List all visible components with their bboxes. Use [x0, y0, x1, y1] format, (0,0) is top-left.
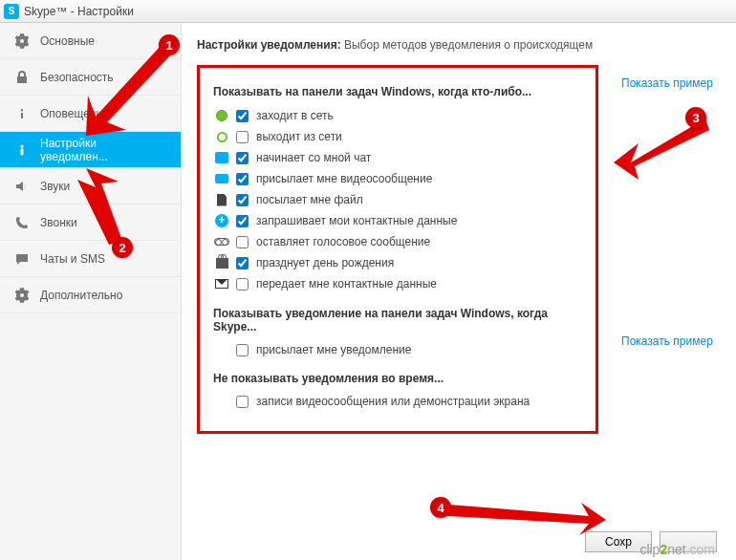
option-label: посылает мне файл: [256, 193, 363, 206]
sidebar-item-chats[interactable]: Чаты и SMS: [0, 241, 181, 277]
option-row: начинает со мной чат: [213, 150, 582, 165]
checkbox-suppress-recording[interactable]: [236, 396, 249, 408]
sidebar-item-label: Основные: [40, 34, 95, 48]
sidebar-item-calls[interactable]: Звонки: [0, 205, 181, 241]
skype-icon: S: [4, 4, 19, 19]
checkbox-voicemail[interactable]: [236, 236, 249, 248]
video-message-icon: [213, 171, 230, 186]
gear-icon: [13, 287, 31, 304]
show-example-link-2[interactable]: Показать пример: [621, 334, 713, 348]
option-label: начинает со мной чат: [256, 151, 371, 164]
info-icon: [13, 105, 31, 122]
option-label: присылает мне видеосообщение: [256, 172, 432, 185]
sidebar-item-label: Звуки: [40, 180, 70, 193]
checkbox-skype-notification[interactable]: [236, 344, 249, 356]
page-header-bold: Настройки уведомления:: [197, 38, 341, 52]
sound-icon: [13, 178, 31, 195]
sidebar: Основные Безопасность Оповещения Настрой…: [0, 23, 182, 560]
option-row: + запрашивает мои контактные данные: [213, 213, 582, 228]
option-row: заходит в сеть: [213, 108, 582, 123]
section-suppress-title: Не показывать уведомления во время...: [213, 372, 582, 385]
birthday-icon: [213, 255, 230, 270]
main-panel: Настройки уведомления: Выбор методов уве…: [182, 23, 736, 560]
option-row: записи видеосообщения или демонстрации э…: [213, 395, 582, 408]
sidebar-item-sounds[interactable]: Звуки: [0, 168, 181, 205]
option-label: празднует день рождения: [256, 256, 394, 269]
checkbox-birthday[interactable]: [236, 257, 249, 269]
option-label: присылает мне уведомление: [256, 343, 411, 356]
option-row: оставляет голосовое сообщение: [213, 234, 582, 249]
section-skype-title: Показывать уведомление на панели задач W…: [213, 307, 582, 334]
sidebar-item-label: Чаты и SMS: [40, 252, 105, 266]
sidebar-item-label: Дополнительно: [40, 289, 122, 302]
option-row: передает мне контактные данные: [213, 276, 582, 291]
sidebar-item-advanced[interactable]: Дополнительно: [0, 277, 181, 313]
sidebar-item-label: Безопасность: [40, 71, 114, 84]
checkbox-sends-contact[interactable]: [236, 278, 249, 291]
option-label: оставляет голосовое сообщение: [256, 235, 430, 248]
sidebar-item-security[interactable]: Безопасность: [0, 59, 181, 96]
sidebar-item-notifications[interactable]: Настройки уведомлен...: [0, 132, 181, 168]
callout-2-badge: 2: [112, 237, 133, 258]
option-row: выходит из сети: [213, 129, 582, 144]
gear-icon: [13, 32, 31, 50]
page-header: Настройки уведомления: Выбор методов уве…: [197, 38, 717, 52]
presence-online-icon: [213, 108, 230, 123]
option-label: записи видеосообщения или демонстрации э…: [256, 395, 530, 408]
checkbox-goes-offline[interactable]: [236, 131, 249, 143]
chat-icon: [213, 150, 230, 165]
sidebar-item-label: Оповещения: [40, 107, 109, 120]
option-row: посылает мне файл: [213, 192, 582, 207]
phone-icon: [13, 214, 31, 231]
option-row: празднует день рождения: [213, 255, 582, 270]
callout-3-badge: 3: [685, 107, 706, 128]
checkbox-sends-file[interactable]: [236, 194, 249, 206]
checkbox-contact-request[interactable]: [236, 215, 249, 227]
section-taskbar-title: Показывать на панели задач Windows, когд…: [213, 85, 582, 98]
callout-4-badge: 4: [430, 497, 451, 518]
option-label: запрашивает мои контактные данные: [256, 214, 457, 227]
window-titlebar: S Skype™ - Настройки: [0, 0, 736, 23]
window-title: Skype™ - Настройки: [24, 5, 134, 18]
option-label: заходит в сеть: [256, 109, 334, 122]
show-example-link-1[interactable]: Показать пример: [621, 76, 713, 90]
settings-highlight-box: Показывать на панели задач Windows, когд…: [197, 65, 598, 434]
sidebar-item-label: Настройки уведомлен...: [40, 137, 167, 163]
callout-1-badge: 1: [159, 34, 180, 55]
sidebar-item-alerts[interactable]: Оповещения: [0, 96, 181, 132]
sidebar-item-label: Звонки: [40, 216, 77, 229]
mail-icon: [213, 276, 230, 291]
info-icon: [13, 141, 31, 159]
chat-icon: [13, 250, 31, 268]
watermark: clip2net.com: [639, 542, 715, 557]
option-row: присылает мне видеосообщение: [213, 171, 582, 186]
checkbox-starts-chat[interactable]: [236, 152, 249, 164]
add-contact-icon: +: [213, 213, 230, 228]
sidebar-item-general[interactable]: Основные: [0, 23, 181, 59]
presence-offline-icon: [213, 129, 230, 144]
lock-icon: [13, 69, 31, 86]
option-label: передает мне контактные данные: [256, 277, 437, 291]
option-row: присылает мне уведомление: [213, 343, 582, 356]
file-icon: [213, 192, 230, 207]
page-header-rest: Выбор методов уведомления о происходящем: [344, 38, 593, 52]
checkbox-comes-online[interactable]: [236, 110, 249, 122]
option-label: выходит из сети: [256, 130, 342, 143]
voicemail-icon: [213, 234, 230, 249]
checkbox-video-message[interactable]: [236, 173, 249, 185]
